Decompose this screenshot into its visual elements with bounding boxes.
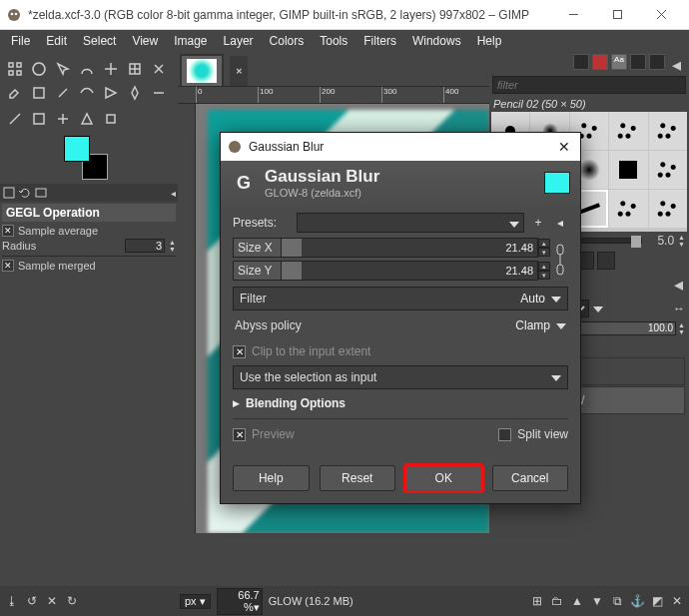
tool-button[interactable] <box>28 108 50 130</box>
tool-button[interactable] <box>4 58 26 80</box>
tool-button[interactable] <box>4 108 26 130</box>
patterns-tab-icon[interactable] <box>592 54 608 70</box>
svg-rect-7 <box>4 188 14 198</box>
right-dock-tabs[interactable]: Aa ◂ <box>489 52 689 74</box>
tool-button[interactable] <box>100 82 122 104</box>
dialog-titlebar[interactable]: Gaussian Blur ✕ <box>221 133 580 161</box>
tool-button[interactable] <box>28 82 50 104</box>
tool-button[interactable] <box>52 58 74 80</box>
toolbox <box>0 52 178 184</box>
sizey-stepper[interactable]: ▴▾ <box>538 262 550 280</box>
dock-menu-arrow-icon[interactable]: ◂ <box>668 54 685 72</box>
new-layer-icon[interactable]: ⊞ <box>529 593 545 609</box>
sizex-slider[interactable]: 21.48 <box>281 238 538 258</box>
ok-button[interactable]: OK <box>405 465 482 491</box>
tool-button[interactable] <box>4 82 26 104</box>
unit-selector[interactable]: px ▾ <box>180 594 211 609</box>
brushes-tab-icon[interactable] <box>573 54 589 70</box>
zoom-input[interactable]: 66.7 %▾ <box>217 588 263 615</box>
preview-checkbox[interactable]: ✕ <box>233 428 246 441</box>
opacity-stepper[interactable]: ▲▼ <box>678 321 685 335</box>
menu-windows[interactable]: Windows <box>405 32 468 50</box>
filter-select-row[interactable]: Filter Auto <box>233 287 568 310</box>
mode-switch-icon[interactable]: ↔ <box>673 302 685 315</box>
tool-button[interactable] <box>76 82 98 104</box>
reset-icon[interactable]: ↻ <box>64 593 80 609</box>
save-icon[interactable]: ⭳ <box>4 593 20 609</box>
reset-button[interactable]: Reset <box>320 465 396 491</box>
tool-button[interactable] <box>148 58 170 80</box>
sample-average-checkbox[interactable]: ✕ <box>2 225 14 237</box>
dock-menu-icon[interactable]: ◂ <box>171 188 176 199</box>
tool-options-tabs[interactable]: ◂ <box>0 184 178 202</box>
brush-spacing-value: 5.0 <box>646 234 674 248</box>
tool-button[interactable] <box>100 58 122 80</box>
delete-layer-icon[interactable]: ✕ <box>669 593 685 609</box>
sizey-slider[interactable]: 21.48 <box>281 261 538 281</box>
sizex-stepper[interactable]: ▴▾ <box>538 239 550 257</box>
layer-group-icon[interactable]: 🗀 <box>549 593 565 609</box>
menu-tools[interactable]: Tools <box>313 32 354 50</box>
menu-help[interactable]: Help <box>470 32 509 50</box>
raise-layer-icon[interactable]: ▲ <box>569 593 585 609</box>
menu-colors[interactable]: Colors <box>263 32 312 50</box>
menu-filters[interactable]: Filters <box>356 32 403 50</box>
abyss-select-row[interactable]: Abyss policy Clamp <box>233 313 568 337</box>
undo-icon[interactable]: ↺ <box>24 593 40 609</box>
split-view-checkbox[interactable] <box>498 428 511 441</box>
history-tab-icon[interactable] <box>630 54 646 70</box>
menu-view[interactable]: View <box>125 32 165 50</box>
tool-button[interactable] <box>124 58 146 80</box>
dup-layer-icon[interactable]: ⧉ <box>609 593 625 609</box>
brush-filter-input[interactable] <box>492 76 686 94</box>
blending-options-expander[interactable]: ▶ Blending Options <box>233 392 568 414</box>
filter-value: Auto <box>520 292 545 306</box>
gradients-tab-icon[interactable] <box>649 54 665 70</box>
close-tab-button[interactable]: ✕ <box>230 56 248 86</box>
preview-label: Preview <box>252 427 295 441</box>
tool-button[interactable] <box>52 82 74 104</box>
color-swatches[interactable] <box>64 136 108 180</box>
menu-select[interactable]: Select <box>76 32 123 50</box>
fonts-tab-icon[interactable]: Aa <box>611 54 627 70</box>
add-preset-icon[interactable]: + <box>530 213 546 233</box>
asobi-brush-icon[interactable] <box>597 252 615 270</box>
help-button[interactable]: Help <box>233 465 310 491</box>
document-tab[interactable] <box>182 56 222 86</box>
blending-label: Blending Options <box>246 396 345 410</box>
document-tabs: ✕ <box>178 52 489 86</box>
tool-options-title: GEGL Operation <box>2 204 176 222</box>
spacing-stepper[interactable]: ▲▼ <box>678 234 685 248</box>
menu-layer[interactable]: Layer <box>217 32 261 50</box>
menu-file[interactable]: File <box>4 32 37 50</box>
cancel-button[interactable]: Cancel <box>492 465 569 491</box>
layers-dock-menu-icon[interactable]: ◂ <box>670 274 687 296</box>
lower-layer-icon[interactable]: ▼ <box>589 593 605 609</box>
link-chain-icon[interactable] <box>552 243 568 277</box>
fg-color-swatch[interactable] <box>64 136 90 162</box>
redo-icon[interactable]: ✕ <box>44 593 60 609</box>
mask-icon[interactable]: ◩ <box>649 593 665 609</box>
menu-edit[interactable]: Edit <box>39 32 74 50</box>
tool-button[interactable] <box>100 108 122 130</box>
radius-spinbox[interactable]: 3 <box>125 239 165 253</box>
tool-button[interactable] <box>28 58 50 80</box>
maximize-button[interactable] <box>595 0 639 29</box>
tool-button[interactable] <box>148 82 170 104</box>
radius-stepper[interactable]: ▲▼ <box>169 239 176 253</box>
merge-down-icon[interactable]: ⚓ <box>629 593 645 609</box>
use-selection-row[interactable]: Use the selection as input <box>233 365 568 389</box>
clip-checkbox[interactable]: ✕ <box>233 345 246 358</box>
dialog-close-icon[interactable]: ✕ <box>554 139 574 155</box>
sample-merged-checkbox[interactable]: ✕ <box>2 260 14 272</box>
tool-button[interactable] <box>76 58 98 80</box>
tool-button[interactable] <box>52 108 74 130</box>
presets-combo[interactable] <box>297 213 524 233</box>
manage-presets-icon[interactable]: ◂ <box>552 213 568 233</box>
close-button[interactable] <box>639 0 683 29</box>
tool-button[interactable] <box>76 108 98 130</box>
tool-button[interactable] <box>124 82 146 104</box>
svg-point-0 <box>8 9 20 21</box>
menu-image[interactable]: Image <box>167 32 214 50</box>
minimize-button[interactable] <box>551 0 595 29</box>
